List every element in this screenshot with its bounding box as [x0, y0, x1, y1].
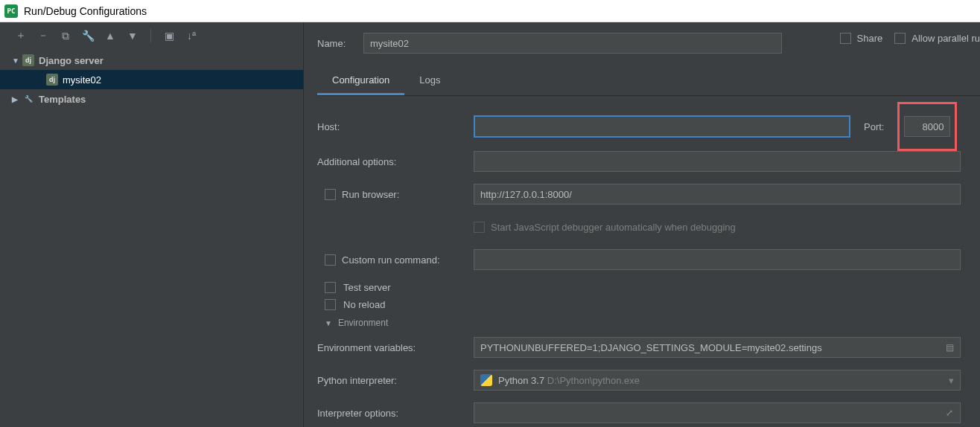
port-highlight — [897, 102, 957, 151]
tree-group-django[interactable]: ▼ dj Django server — [0, 51, 303, 70]
interpopts-label: Interpreter options: — [317, 408, 474, 419]
share-checkbox[interactable]: Share — [840, 33, 883, 44]
interpopts-row: Interpreter options: ⤢ — [317, 402, 980, 423]
addl-row: Additional options: — [317, 151, 980, 172]
expand-icon[interactable]: ⤢ — [941, 403, 958, 423]
env-header[interactable]: ▼ Environment — [325, 318, 980, 328]
checkbox-icon — [325, 282, 336, 293]
list-icon[interactable]: ▤ — [941, 338, 958, 357]
noreload-label: No reload — [343, 299, 385, 310]
wrench-icon[interactable]: 🔧 — [82, 30, 94, 42]
name-input[interactable] — [363, 33, 782, 54]
share-label: Share — [857, 33, 883, 44]
interp-label: Python interpreter: — [317, 375, 474, 386]
jsdbg-label: Start JavaScript debugger automatically … — [491, 222, 736, 233]
checkbox-icon — [894, 33, 906, 44]
tree-item-mysite02[interactable]: dj mysite02 — [0, 70, 303, 89]
tree-group-label: Templates — [39, 94, 303, 105]
name-label: Name: — [317, 38, 363, 49]
checkbox-icon — [840, 33, 851, 44]
port-label: Port: — [864, 121, 884, 132]
checkbox-icon — [325, 299, 336, 310]
tree-item-label: mysite02 — [63, 74, 303, 86]
runbrowser-label: Run browser: — [342, 189, 399, 200]
runbrowser-row: Run browser: — [317, 184, 980, 205]
addl-label: Additional options: — [317, 156, 474, 167]
host-input[interactable] — [474, 115, 850, 138]
custom-label: Custom run command: — [342, 254, 440, 266]
chevron-down-icon: ▾ — [949, 375, 954, 386]
checkbox-icon[interactable] — [325, 254, 336, 266]
parallel-checkbox[interactable]: Allow parallel ru — [894, 33, 980, 44]
custom-input[interactable] — [474, 249, 961, 270]
custom-check-wrap: Custom run command: — [317, 254, 474, 266]
checkbox-icon[interactable] — [325, 189, 336, 200]
testserver-row[interactable]: Test server — [325, 282, 980, 293]
tabs: Configuration Logs — [317, 67, 980, 96]
parallel-label: Allow parallel ru — [911, 33, 980, 44]
runbrowser-input[interactable] — [474, 184, 961, 205]
interp-path: D:\Python\python.exe — [547, 375, 640, 386]
wrench-icon: 🔧 — [22, 93, 34, 105]
sort-icon[interactable]: ↓ª — [185, 30, 197, 42]
testserver-label: Test server — [343, 282, 391, 293]
main-window: ＋ － ⧉ 🔧 ▲ ▼ ▣ ↓ª ▼ dj Django server dj m… — [0, 22, 980, 427]
up-icon[interactable]: ▲ — [104, 30, 116, 42]
copy-icon[interactable]: ⧉ — [60, 30, 71, 42]
down-icon[interactable]: ▼ — [127, 30, 139, 42]
tree-group-label: Django server — [39, 55, 303, 66]
runbrowser-check-wrap: Run browser: — [317, 189, 474, 200]
add-icon[interactable]: ＋ — [15, 30, 27, 42]
custom-row: Custom run command: — [317, 249, 980, 270]
env-header-label: Environment — [338, 318, 388, 328]
separator — [150, 29, 151, 42]
interp-row: Python interpreter: Python 3.7 D:\Python… — [317, 370, 980, 391]
host-label: Host: — [317, 121, 474, 132]
python-icon — [480, 374, 492, 386]
chevron-down-icon: ▼ — [12, 57, 22, 65]
envvars-label: Environment variables: — [317, 342, 474, 353]
chevron-down-icon: ▼ — [325, 319, 332, 327]
django-icon: dj — [46, 74, 58, 86]
chevron-right-icon: ▶ — [12, 95, 22, 103]
window-titlebar: PC Run/Debug Configurations — [0, 0, 980, 22]
port-input[interactable] — [904, 116, 950, 137]
envvars-input[interactable] — [474, 337, 961, 358]
top-right-options: Share Allow parallel ru — [840, 33, 980, 44]
window-title: Run/Debug Configurations — [24, 5, 147, 17]
pycharm-icon: PC — [4, 4, 18, 18]
envvars-row: Environment variables: ▤ — [317, 337, 980, 358]
port-wrap: Port: — [864, 114, 957, 139]
jsdbg-check: Start JavaScript debugger automatically … — [474, 222, 736, 233]
tree-group-templates[interactable]: ▶ 🔧 Templates — [0, 89, 303, 109]
tab-logs[interactable]: Logs — [404, 67, 455, 95]
interp-select[interactable]: Python 3.7 D:\Python\python.exe ▾ — [474, 370, 961, 391]
sidebar-toolbar: ＋ － ⧉ 🔧 ▲ ▼ ▣ ↓ª — [0, 22, 303, 49]
django-icon: dj — [22, 54, 34, 66]
jsdbg-row: Start JavaScript debugger automatically … — [317, 216, 980, 237]
tab-configuration[interactable]: Configuration — [317, 67, 404, 95]
config-tree: ▼ dj Django server dj mysite02 ▶ 🔧 Templ… — [0, 49, 303, 427]
noreload-row[interactable]: No reload — [325, 299, 980, 310]
checkbox-icon — [474, 222, 485, 233]
sidebar: ＋ － ⧉ 🔧 ▲ ▼ ▣ ↓ª ▼ dj Django server dj m… — [0, 22, 304, 427]
host-row: Host: Port: — [317, 114, 980, 139]
interp-name: Python 3.7 — [498, 375, 544, 386]
config-panel: Name: Share Allow parallel ru Configurat… — [304, 22, 980, 427]
addl-input[interactable] — [474, 151, 961, 172]
folder-icon[interactable]: ▣ — [163, 30, 175, 42]
interpopts-input[interactable] — [474, 402, 961, 423]
remove-icon[interactable]: － — [37, 30, 49, 42]
